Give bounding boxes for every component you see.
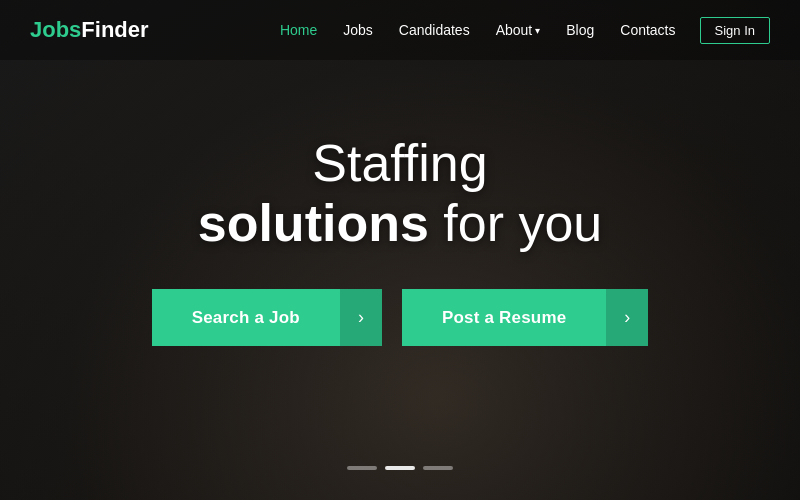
nav-item-contacts[interactable]: Contacts	[610, 16, 685, 44]
slider-dots	[347, 466, 453, 470]
site-logo[interactable]: JobsFinder	[30, 17, 149, 43]
cta-group: Search a Job › Post a Resume ›	[152, 289, 649, 346]
site-header: JobsFinder Home Jobs Candidates About ▾ …	[0, 0, 800, 60]
post-resume-arrow[interactable]: ›	[606, 289, 648, 346]
slider-dot-2[interactable]	[385, 466, 415, 470]
nav-item-home[interactable]: Home	[270, 16, 327, 44]
hero-content: Staffing solutions for you Search a Job …	[152, 134, 649, 347]
hero-title: Staffing solutions for you	[152, 134, 649, 254]
nav-item-jobs[interactable]: Jobs	[333, 16, 383, 44]
nav-item-candidates[interactable]: Candidates	[389, 16, 480, 44]
search-job-button[interactable]: Search a Job	[152, 289, 340, 346]
post-resume-button[interactable]: Post a Resume	[402, 289, 606, 346]
slider-dot-3[interactable]	[423, 466, 453, 470]
logo-jobs: Jobs	[30, 17, 81, 42]
sign-in-button[interactable]: Sign In	[700, 17, 770, 44]
logo-finder: Finder	[81, 17, 148, 42]
main-nav: Home Jobs Candidates About ▾ Blog Contac…	[270, 16, 770, 44]
cta-spacer	[382, 289, 402, 346]
search-job-arrow[interactable]: ›	[340, 289, 382, 346]
nav-item-about[interactable]: About ▾	[486, 16, 551, 44]
slider-dot-1[interactable]	[347, 466, 377, 470]
nav-item-blog[interactable]: Blog	[556, 16, 604, 44]
hero-section: JobsFinder Home Jobs Candidates About ▾ …	[0, 0, 800, 500]
about-dropdown-icon: ▾	[535, 25, 540, 36]
